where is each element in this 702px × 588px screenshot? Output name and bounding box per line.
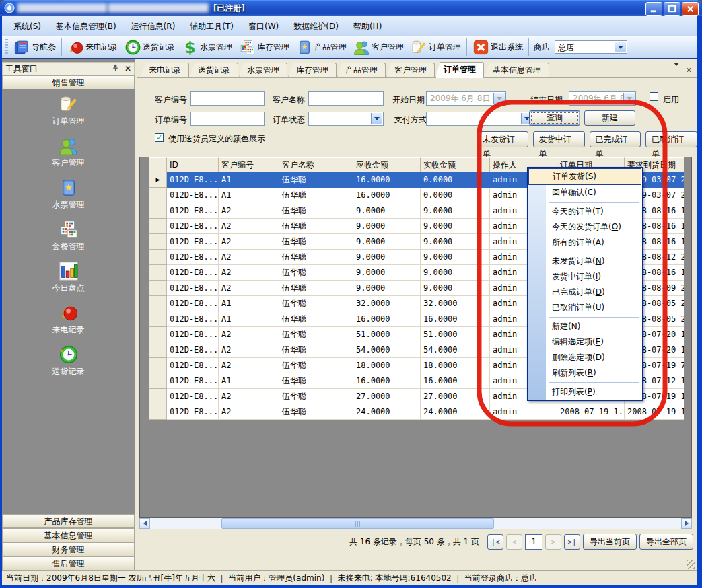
context-menu-item-14[interactable]: 删除选定项(D): [528, 350, 642, 365]
payment-method-combobox[interactable]: [426, 112, 534, 126]
first-page-button[interactable]: |<: [487, 534, 503, 550]
tab-close-icon[interactable]: ✕: [686, 66, 692, 75]
row-selector-cell[interactable]: [149, 188, 167, 203]
export-current-page-button[interactable]: 导出当前页: [583, 534, 637, 550]
toolbar-button-exit[interactable]: 退出系统: [469, 38, 526, 57]
row-selector-cell[interactable]: [149, 404, 167, 420]
toolbar-button-dollar[interactable]: $水票管理: [178, 38, 236, 57]
row-selector-cell[interactable]: [149, 281, 167, 296]
menubar-item-D[interactable]: 数据维护(D): [286, 19, 346, 34]
tab-0[interactable]: 来电记录: [141, 63, 189, 77]
context-menu-item-0[interactable]: 订单发货(S): [528, 168, 641, 185]
row-selector-cell[interactable]: [149, 219, 167, 234]
start-date-picker[interactable]: 2009年 6月 8日: [426, 91, 506, 106]
toolbar-button-people[interactable]: 客户管理: [350, 38, 407, 57]
row-selector-cell[interactable]: ▶: [149, 172, 167, 188]
toolbar-button-scroll-pen[interactable]: 订单管理: [407, 38, 464, 57]
column-header-5[interactable]: 实收金额: [421, 157, 490, 172]
context-menu-item-5[interactable]: 所有的订单(A): [528, 235, 642, 250]
sidebar-item-scroll-pen[interactable]: 订单管理: [2, 89, 135, 131]
context-menu-item-12[interactable]: 新建(N): [528, 319, 642, 334]
row-selector-cell[interactable]: [149, 296, 167, 311]
sidebar-section-2[interactable]: 财务管理: [2, 542, 135, 556]
status-filter-button-2[interactable]: 已完成订单: [590, 131, 641, 147]
toolbar-button-book[interactable]: 产品管理: [293, 38, 350, 57]
tab-2[interactable]: 水票管理: [239, 63, 287, 77]
horizontal-scrollbar[interactable]: [139, 518, 692, 529]
menubar-item-R[interactable]: 运行信息(R): [124, 19, 183, 34]
row-selector-cell[interactable]: [149, 234, 167, 250]
end-date-picker[interactable]: 2009年 6月 8日: [569, 91, 636, 106]
column-header-2[interactable]: 客户编号: [219, 157, 279, 172]
menubar-item-W[interactable]: 窗口(W): [241, 19, 286, 34]
context-menu-item-7[interactable]: 未发货订单(N): [528, 254, 642, 269]
sidebar-item-clock[interactable]: 送货记录: [2, 340, 135, 381]
column-header-3[interactable]: 客户名称: [279, 157, 353, 172]
context-menu-item-3[interactable]: 今天的订单(T): [528, 204, 642, 219]
menubar-item-S[interactable]: 系统(S): [6, 19, 48, 34]
export-all-pages-button[interactable]: 导出全部页: [639, 534, 693, 550]
tab-6[interactable]: 订单管理: [435, 62, 484, 78]
chevron-down-icon[interactable]: [615, 42, 626, 52]
menubar-item-B[interactable]: 基本信息管理(B): [48, 19, 124, 34]
chevron-down-icon[interactable]: [371, 113, 382, 124]
row-selector-cell[interactable]: [149, 373, 167, 389]
store-combobox[interactable]: 总店: [555, 40, 627, 54]
toolbar-grip[interactable]: [5, 39, 8, 55]
context-menu-item-13[interactable]: 编辑选定项(E): [528, 334, 642, 350]
toolbar-button-bell[interactable]: 来电记录: [64, 38, 121, 57]
customer-no-input[interactable]: [190, 91, 265, 106]
context-menu-item-15[interactable]: 刷新列表(R): [528, 365, 642, 381]
close-button[interactable]: [682, 2, 699, 16]
new-button[interactable]: 新建: [584, 110, 635, 126]
context-menu-item-10[interactable]: 已取消订单(U): [528, 300, 642, 316]
status-filter-button-0[interactable]: 未发货订单: [477, 131, 528, 147]
row-selector-cell[interactable]: [149, 265, 167, 281]
row-selector-cell[interactable]: [149, 327, 167, 342]
toolbar-button-clock[interactable]: 送货记录: [121, 38, 178, 57]
sidebar-section-0[interactable]: 产品库存管理: [2, 514, 135, 528]
context-menu-item-9[interactable]: 已完成订单(D): [528, 285, 642, 300]
row-selector-cell[interactable]: [149, 311, 167, 327]
scrollbar-track[interactable]: [150, 518, 681, 529]
column-header-1[interactable]: ID: [167, 157, 219, 172]
tab-4[interactable]: 产品管理: [337, 63, 386, 77]
status-filter-button-3[interactable]: 已取消订单: [645, 131, 697, 147]
sidebar-item-book[interactable]: 水票管理: [2, 173, 135, 215]
row-selector-cell[interactable]: [149, 250, 167, 265]
sidebar-section-3[interactable]: 售后管理: [2, 556, 135, 571]
query-button[interactable]: 查询: [529, 110, 580, 126]
scroll-left-icon[interactable]: [139, 518, 150, 529]
minimize-button[interactable]: [645, 2, 662, 16]
row-selector-cell[interactable]: [149, 342, 167, 358]
tab-5[interactable]: 客户管理: [386, 63, 435, 77]
scroll-right-icon[interactable]: [681, 518, 692, 529]
column-header-0[interactable]: [149, 157, 167, 172]
menubar-item-T[interactable]: 辅助工具(T): [182, 19, 241, 34]
sidebar-item-chart[interactable]: 今日盘点: [2, 256, 135, 298]
toolbar-button-grid[interactable]: 库存管理: [236, 38, 293, 57]
resize-grip[interactable]: [687, 560, 695, 569]
menubar-item-H[interactable]: 帮助(H): [346, 19, 389, 34]
tab-1[interactable]: 送货记录: [190, 63, 238, 77]
row-selector-cell[interactable]: [149, 389, 167, 404]
order-status-combobox[interactable]: [308, 112, 384, 126]
sidebar-item-bell[interactable]: 来电记录: [2, 298, 135, 340]
context-menu-item-1[interactable]: 回单确认(C): [528, 185, 642, 200]
context-menu-item-8[interactable]: 发货中订单(I): [528, 269, 642, 285]
close-icon[interactable]: ✕: [125, 64, 131, 73]
row-selector-cell[interactable]: [149, 203, 167, 219]
tab-7[interactable]: 基本信息管理: [485, 63, 549, 77]
chevron-down-icon[interactable]: [493, 93, 505, 104]
scrollbar-thumb[interactable]: [221, 518, 494, 529]
prev-page-button[interactable]: <: [506, 534, 522, 550]
toolbar-button-nav-book[interactable]: 导航条: [10, 38, 59, 57]
maximize-button[interactable]: [664, 2, 680, 16]
status-filter-button-1[interactable]: 发货中订单: [533, 131, 585, 147]
sidebar-section-sales[interactable]: 销售管理: [2, 75, 135, 89]
row-selector-cell[interactable]: [149, 358, 167, 373]
tab-3[interactable]: 库存管理: [288, 63, 337, 77]
last-page-button[interactable]: >|: [564, 534, 580, 550]
chevron-down-icon[interactable]: [623, 93, 635, 104]
sidebar-item-grid[interactable]: 套餐管理: [2, 215, 135, 256]
